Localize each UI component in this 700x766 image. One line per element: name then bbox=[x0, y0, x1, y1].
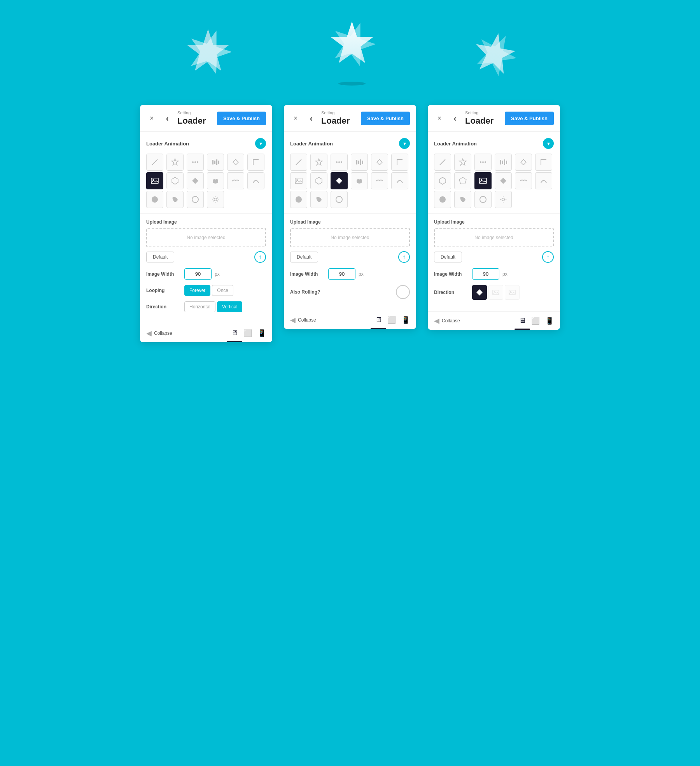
panel-2-upload-box[interactable]: No image selected bbox=[290, 228, 410, 247]
panel-1-forever-button[interactable]: Forever bbox=[184, 285, 210, 296]
anim-p3-corner[interactable] bbox=[535, 154, 552, 171]
panel-3-upload-box[interactable]: No image selected bbox=[434, 228, 554, 247]
anim-gear[interactable] bbox=[207, 191, 224, 208]
panel-1-collapse-button[interactable]: ◀ Collapse bbox=[146, 329, 172, 338]
panel-3-dir-image1-icon[interactable] bbox=[488, 285, 503, 300]
panel-2-collapse-chevron[interactable]: ▾ bbox=[399, 138, 410, 149]
anim-p3-star[interactable] bbox=[454, 154, 471, 171]
panel-3-save-publish-button[interactable]: Save & Publish bbox=[505, 112, 554, 125]
anim-p2-leaf[interactable] bbox=[310, 191, 327, 208]
panel-1-close-button[interactable]: × bbox=[146, 113, 157, 124]
panel-3-tablet-icon[interactable]: ⬜ bbox=[531, 317, 540, 325]
anim-p2-bird[interactable] bbox=[371, 172, 388, 189]
anim-p2-diagonal[interactable] bbox=[290, 154, 307, 171]
anim-p3-bird[interactable] bbox=[515, 172, 532, 189]
anim-p3-arc[interactable] bbox=[535, 172, 552, 189]
panel-2-back-button[interactable]: ‹ bbox=[306, 113, 317, 124]
anim-corner[interactable] bbox=[247, 154, 264, 171]
panel-1-once-button[interactable]: Once bbox=[212, 285, 233, 296]
svg-point-49 bbox=[485, 161, 486, 163]
panel-1-vertical-button[interactable]: Vertical bbox=[217, 301, 242, 312]
anim-hexagon[interactable] bbox=[166, 172, 184, 189]
anim-diamond-fill[interactable] bbox=[187, 172, 204, 189]
panel-2-mobile-icon[interactable]: 📱 bbox=[401, 316, 410, 324]
anim-image-selected[interactable] bbox=[146, 172, 163, 189]
anim-arc[interactable] bbox=[247, 172, 264, 189]
panel-3-default-button[interactable]: Default bbox=[434, 252, 462, 262]
panel-2-upload-arrow-button[interactable]: ↑ bbox=[398, 251, 410, 263]
anim-p3-circle-outline[interactable] bbox=[474, 191, 492, 208]
anim-p2-diamond-outline[interactable] bbox=[371, 154, 388, 171]
panel-1-back-button[interactable]: ‹ bbox=[162, 113, 173, 124]
anim-p3-diamond-outline[interactable] bbox=[515, 154, 532, 171]
anim-p3-circle-fill[interactable] bbox=[434, 191, 451, 208]
panel-2-desktop-icon[interactable]: 🖥 bbox=[375, 316, 382, 324]
svg-marker-38 bbox=[316, 177, 322, 184]
anim-p2-circle-fill[interactable] bbox=[290, 191, 307, 208]
panel-2-save-publish-button[interactable]: Save & Publish bbox=[361, 112, 410, 125]
anim-cloud[interactable] bbox=[207, 172, 224, 189]
anim-p2-arc[interactable] bbox=[391, 172, 408, 189]
panel-3-desktop-icon[interactable]: 🖥 bbox=[519, 317, 526, 325]
anim-diagonal[interactable] bbox=[146, 154, 163, 171]
panel-1-mobile-icon[interactable]: 📱 bbox=[257, 329, 266, 338]
panel-3-dir-diamond-icon[interactable] bbox=[472, 285, 487, 300]
anim-p3-hexagon[interactable] bbox=[434, 172, 451, 189]
svg-point-25 bbox=[214, 198, 217, 201]
panel-3-dir-image2-icon[interactable] bbox=[505, 285, 520, 300]
panel-3-upload-arrow-button[interactable]: ↑ bbox=[542, 251, 554, 263]
panel-1-default-button[interactable]: Default bbox=[146, 252, 174, 262]
star-svg-1 bbox=[179, 27, 237, 86]
anim-p2-circle-outline[interactable] bbox=[331, 191, 348, 208]
anim-p3-gear[interactable] bbox=[495, 191, 512, 208]
panel-2-rolling-toggle[interactable] bbox=[396, 285, 410, 299]
anim-p2-dots[interactable] bbox=[331, 154, 348, 171]
anim-p3-leaf[interactable] bbox=[454, 191, 471, 208]
panel-2-collapse-button[interactable]: ◀ Collapse bbox=[290, 316, 316, 324]
anim-bird[interactable] bbox=[227, 172, 244, 189]
panel-3-mobile-icon[interactable]: 📱 bbox=[545, 317, 554, 325]
panel-3-animation-grid bbox=[434, 154, 554, 208]
anim-p2-diamond-selected[interactable] bbox=[331, 172, 348, 189]
svg-marker-27 bbox=[315, 159, 322, 165]
anim-p2-corner[interactable] bbox=[391, 154, 408, 171]
anim-p3-image-selected[interactable] bbox=[474, 172, 492, 189]
anim-star[interactable] bbox=[166, 154, 184, 171]
anim-p2-star[interactable] bbox=[310, 154, 327, 171]
panel-1-upload-box[interactable]: No image selected bbox=[146, 228, 266, 247]
panel-2-tablet-icon[interactable]: ⬜ bbox=[387, 316, 396, 324]
panel-1-save-publish-button[interactable]: Save & Publish bbox=[217, 112, 266, 125]
panel-2-default-button[interactable]: Default bbox=[290, 252, 318, 262]
panel-2-width-input[interactable]: 90 bbox=[328, 268, 355, 280]
panel-3-collapse-chevron[interactable]: ▾ bbox=[543, 138, 554, 149]
anim-p2-hexagon[interactable] bbox=[310, 172, 327, 189]
panel-3-back-button[interactable]: ‹ bbox=[450, 113, 460, 124]
anim-p3-bars[interactable] bbox=[495, 154, 512, 171]
anim-p3-pentagon[interactable] bbox=[454, 172, 471, 189]
panel-1-upload-arrow-button[interactable]: ↑ bbox=[254, 251, 266, 263]
svg-point-29 bbox=[338, 161, 340, 163]
anim-p2-cloud[interactable] bbox=[351, 172, 368, 189]
anim-p2-image[interactable] bbox=[290, 172, 307, 189]
panel-3-close-button[interactable]: × bbox=[434, 113, 445, 124]
anim-bars[interactable] bbox=[207, 154, 224, 171]
anim-circle-outline[interactable] bbox=[187, 191, 204, 208]
anim-p3-diamond-fill[interactable] bbox=[495, 172, 512, 189]
anim-dots[interactable] bbox=[187, 154, 204, 171]
panel-1-horizontal-button[interactable]: Horizontal bbox=[184, 301, 215, 312]
panel-2-close-button[interactable]: × bbox=[290, 113, 301, 124]
anim-p2-bars[interactable] bbox=[351, 154, 368, 171]
panel-3-width-input[interactable]: 90 bbox=[472, 268, 499, 280]
panel-1-width-input[interactable]: 90 bbox=[184, 268, 212, 280]
panel-1-tablet-icon[interactable]: ⬜ bbox=[243, 329, 252, 338]
anim-p3-diagonal[interactable] bbox=[434, 154, 451, 171]
panel-2-footer: ◀ Collapse 🖥 ⬜ 📱 bbox=[284, 311, 416, 329]
svg-marker-46 bbox=[459, 159, 466, 165]
anim-leaf[interactable] bbox=[166, 191, 184, 208]
panel-1-desktop-icon[interactable]: 🖥 bbox=[231, 329, 238, 338]
anim-circle-fill[interactable] bbox=[146, 191, 163, 208]
panel-1-collapse-chevron[interactable]: ▾ bbox=[255, 138, 266, 149]
panel-3-collapse-button[interactable]: ◀ Collapse bbox=[434, 317, 460, 325]
anim-diamond-outline[interactable] bbox=[227, 154, 244, 171]
anim-p3-dots[interactable] bbox=[474, 154, 492, 171]
